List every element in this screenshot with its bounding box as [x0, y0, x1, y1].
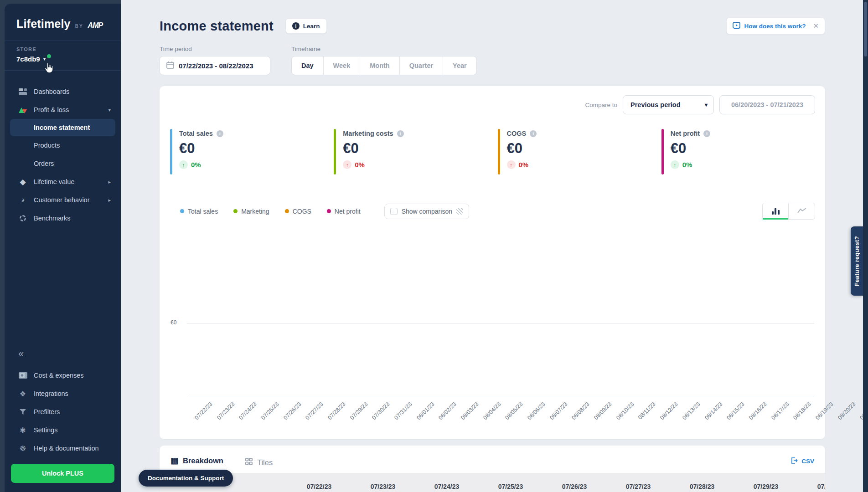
sidebar-item-dashboards[interactable]: Dashboards	[5, 82, 121, 101]
metric-label: Total sales	[179, 130, 213, 137]
page-title: Income statement	[160, 19, 274, 34]
metric-color-bar	[170, 129, 172, 174]
info-icon[interactable]: i	[397, 130, 404, 137]
timeframe-day[interactable]: Day	[292, 56, 324, 75]
compare-range-input[interactable]: 06/20/2023 - 07/21/2023	[719, 95, 815, 114]
learn-button[interactable]: i Learn	[285, 18, 327, 34]
timeframe-week[interactable]: Week	[324, 56, 361, 75]
chevron-right-icon: ▸	[108, 179, 111, 185]
logo: Lifetimely BY AMP	[5, 4, 121, 41]
lifebuoy-icon: ☸	[18, 444, 27, 453]
how-does-this-work-button[interactable]: How does this work? ✕	[726, 17, 825, 35]
compare-row: Compare to Previous period ▾ 06/20/2023 …	[160, 86, 825, 114]
show-comparison-checkbox[interactable]	[390, 208, 398, 215]
chart-legend: Total sales Marketing COGS Net profit Sh…	[160, 203, 825, 220]
sidebar-item-label: Benchmarks	[34, 215, 71, 222]
legend-net-profit: Net profit	[327, 208, 361, 215]
store-selector[interactable]: 7c8db9 ▾	[16, 54, 109, 64]
metric-label: Marketing costs	[343, 130, 393, 137]
scrollbar-thumb[interactable]	[864, 2, 867, 56]
sidebar-item-label: Lifetime value	[34, 178, 74, 185]
legend-dot	[180, 209, 184, 213]
timeframe-field: Timeframe Day Week Month Quarter Year	[291, 46, 477, 75]
timeframe-quarter[interactable]: Quarter	[400, 56, 443, 75]
y-axis-tick-label: €0	[170, 319, 184, 326]
sidebar-item-profit-loss[interactable]: Profit & loss ▾	[5, 101, 121, 119]
line-chart-icon	[797, 207, 807, 215]
sidebar-nav: Dashboards Profit & loss ▾ Income statem…	[5, 71, 121, 227]
show-comparison-label: Show comparison	[402, 208, 452, 215]
tab-tiles[interactable]: Tiles	[245, 458, 273, 473]
metric-cogs: COGS i €0 ↑ 0%	[498, 129, 661, 174]
metric-delta-value: 0%	[191, 161, 201, 169]
calendar-icon	[166, 61, 174, 70]
sidebar-item-lifetime-value[interactable]: ◆ Lifetime value ▸	[5, 173, 121, 191]
sidebar-backdrop: Lifetimely BY AMP STORE 7c8db9 ▾	[0, 0, 121, 492]
line-chart-toggle-button[interactable]	[789, 203, 815, 220]
show-comparison-toggle[interactable]: Show comparison	[384, 204, 469, 219]
info-icon[interactable]: i	[703, 130, 710, 137]
breakdown-tabs: ▦ Breakdown Tiles CSV	[160, 446, 825, 473]
info-icon[interactable]: i	[530, 130, 537, 137]
sidebar-item-products[interactable]: Products	[5, 136, 121, 154]
sidebar-item-orders[interactable]: Orders	[5, 154, 121, 173]
sidebar-item-label: Help & documentation	[34, 445, 99, 452]
zero-gridline	[187, 323, 814, 323]
sidebar-item-label: Prefilters	[34, 408, 60, 415]
tiles-grid-icon	[245, 458, 253, 467]
filters-row: Time period 07/22/2023 - 08/22/2023 Time…	[160, 46, 825, 75]
chevron-down-icon: ▾	[705, 102, 708, 108]
chart-area: €0	[170, 228, 814, 397]
table-header-dates: 07/22/2307/23/2307/24/2307/25/2307/26/23…	[287, 483, 825, 490]
info-icon[interactable]: i	[217, 130, 223, 137]
table-column-header: 07/26/23	[542, 483, 606, 490]
sidebar-item-help-documentation[interactable]: ☸ Help & documentation	[5, 439, 121, 457]
time-period-field: Time period 07/22/2023 - 08/22/2023	[160, 46, 270, 75]
scrollbar-track[interactable]	[863, 0, 868, 492]
tab-label: Tiles	[257, 458, 273, 467]
page-header: Income statement i Learn How does this w…	[160, 0, 825, 35]
export-csv-button[interactable]: CSV	[790, 457, 814, 473]
bar-chart-icon	[772, 208, 780, 215]
settings-icon: ✱	[18, 426, 27, 435]
bar-chart-toggle-button[interactable]	[762, 203, 789, 220]
sidebar-item-customer-behavior[interactable]: ◑ Customer behavior ▸	[5, 191, 121, 209]
diamond-icon: ◆	[18, 177, 27, 187]
timeframe-month[interactable]: Month	[360, 56, 399, 75]
table-column-header: 07/23/23	[351, 483, 415, 490]
learn-button-label: Learn	[303, 23, 320, 30]
feature-request-tab[interactable]: Feature request?	[851, 226, 863, 296]
unlock-plus-button[interactable]: Unlock PLUS	[11, 464, 114, 483]
store-status-dot	[47, 54, 51, 58]
sidebar-item-integrations[interactable]: ❖ Integrations	[5, 384, 121, 403]
up-arrow-icon: ↑	[507, 160, 516, 169]
sidebar-item-label: Cost & expenses	[34, 372, 84, 379]
sidebar-item-label: Orders	[34, 160, 54, 167]
timeframe-label: Timeframe	[291, 46, 477, 52]
cost-expenses-icon	[18, 372, 27, 379]
profit-loss-icon	[18, 107, 27, 113]
sidebar-item-prefilters[interactable]: Prefilters	[5, 403, 121, 421]
amp-logo: AMP	[88, 21, 103, 30]
sidebar-item-settings[interactable]: ✱ Settings	[5, 421, 121, 439]
compare-period-select[interactable]: Previous period ▾	[623, 95, 714, 114]
timeframe-year[interactable]: Year	[443, 56, 476, 75]
export-icon	[790, 457, 798, 466]
sidebar-item-benchmarks[interactable]: Benchmarks	[5, 209, 121, 227]
integrations-icon: ❖	[18, 390, 27, 398]
documentation-support-button[interactable]: Documentation & Support	[139, 470, 233, 487]
income-statement-card: Compare to Previous period ▾ 06/20/2023 …	[160, 86, 825, 439]
main-content: Income statement i Learn How does this w…	[121, 0, 868, 492]
sidebar: Lifetimely BY AMP STORE 7c8db9 ▾	[5, 4, 121, 492]
collapse-sidebar-button[interactable]: «	[5, 348, 121, 366]
time-period-input[interactable]: 07/22/2023 - 08/22/2023	[160, 56, 270, 75]
chevron-right-icon: ▸	[108, 197, 111, 203]
chart-plot[interactable]: €0	[187, 228, 814, 397]
sidebar-item-income-statement[interactable]: Income statement	[10, 119, 115, 136]
breakdown-card: ▦ Breakdown Tiles CSV	[160, 446, 825, 492]
legend-dot	[233, 209, 238, 213]
sidebar-item-cost-expenses[interactable]: Cost & expenses	[5, 366, 121, 384]
legend-label: Marketing	[241, 208, 269, 215]
table-column-header: 07/28/23	[670, 483, 734, 490]
close-icon[interactable]: ✕	[813, 22, 819, 30]
